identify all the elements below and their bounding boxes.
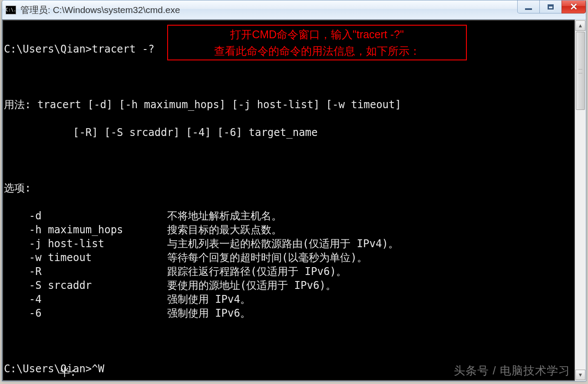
close-icon: ✕: [570, 2, 578, 12]
usage-line-2: [-R] [-S srcaddr] [-4] [-6] target_name: [4, 126, 575, 139]
minimize-button[interactable]: [517, 0, 540, 13]
scroll-down-button[interactable]: ▼: [575, 370, 585, 380]
blank-line: [4, 70, 575, 84]
scroll-up-button[interactable]: ▲: [575, 20, 585, 31]
options-label: 选项:: [4, 181, 575, 195]
scroll-thumb[interactable]: [576, 32, 585, 110]
option-row: -6 强制使用 IPv6。: [4, 306, 575, 320]
blank-line: [4, 153, 575, 167]
option-row: -R 跟踪往返行程路径(仅适用于 IPv6)。: [4, 265, 575, 278]
window-title: 管理员: C:\Windows\system32\cmd.exe: [20, 4, 180, 16]
close-button[interactable]: ✕: [562, 0, 586, 13]
usage-line-1: 用法: tracert [-d] [-h maximum_hops] [-j h…: [4, 98, 575, 112]
maximize-button[interactable]: [539, 0, 562, 13]
option-row: -4 强制使用 IPv4。: [4, 292, 575, 306]
partial-bottom-line: 半:: [3, 365, 76, 379]
window-controls: ✕: [518, 0, 586, 13]
option-row: -h maximum_hops 搜索目标的最大跃点数。: [4, 223, 575, 237]
option-row: -S srcaddr 要使用的源地址(仅适用于 IPv6)。: [4, 278, 575, 292]
titlebar[interactable]: C:\. 管理员: C:\Windows\system32\cmd.exe ✕: [2, 0, 586, 20]
vertical-scrollbar[interactable]: ▲ ▼: [575, 20, 586, 381]
annotation-line-1: 打开CMD命令窗口，输入"tracert -?": [230, 26, 404, 43]
console-output[interactable]: C:\Users\Qian>tracert -? 用法: tracert [-d…: [2, 20, 575, 381]
maximize-icon: [548, 4, 554, 10]
option-row: -w timeout 等待每个回复的超时时间(以毫秒为单位)。: [4, 251, 575, 265]
watermark: 头条号 / 电脑技术学习: [454, 364, 570, 377]
minimize-icon: [525, 8, 532, 10]
annotation-box: 打开CMD命令窗口，输入"tracert -?" 查看此命令的命令的用法信息，如…: [167, 25, 467, 60]
client-area: C:\Users\Qian>tracert -? 用法: tracert [-d…: [2, 20, 586, 381]
annotation-line-2: 查看此命令的命令的用法信息，如下所示：: [214, 43, 420, 59]
option-row: -d 不将地址解析成主机名。: [4, 209, 575, 223]
blank-line: [4, 334, 575, 348]
cmd-icon: C:\.: [6, 6, 16, 14]
option-row: -j host-list 与主机列表一起的松散源路由(仅适用于 IPv4)。: [4, 237, 575, 251]
options-list: -d 不将地址解析成主机名。 -h maximum_hops 搜索目标的最大跃点…: [4, 209, 575, 320]
cmd-window: C:\. 管理员: C:\Windows\system32\cmd.exe ✕ …: [2, 0, 586, 381]
